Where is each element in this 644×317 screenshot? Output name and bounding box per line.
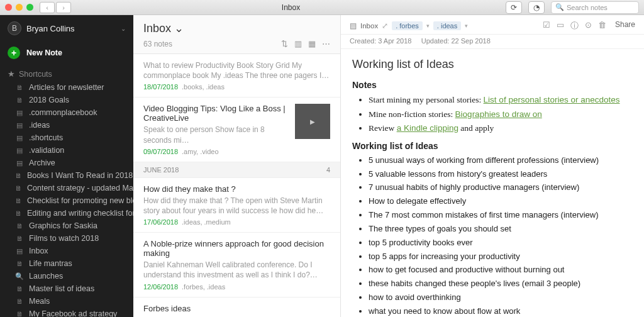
sidebar-item-label: Books I Want To Read in 2018 bbox=[27, 171, 133, 180]
account-row[interactable]: B Bryan Collins ⌄ bbox=[0, 15, 133, 42]
minimize-dot[interactable] bbox=[16, 4, 23, 11]
note-editor[interactable]: Working list of Ideas Notes Start mining… bbox=[341, 49, 644, 317]
list-item[interactable]: top 5 productivity books ever bbox=[369, 237, 633, 249]
present-icon[interactable]: ▭ bbox=[557, 20, 564, 31]
sidebar: B Bryan Collins ⌄ + New Note ★ Shortcuts… bbox=[0, 15, 133, 317]
sidebar-item-label: Meals bbox=[29, 297, 50, 306]
note-item-title: A Noble-prize winners approach for good … bbox=[143, 239, 330, 258]
sidebar-item[interactable]: 🗎Life mantras bbox=[0, 257, 133, 270]
sync-icon[interactable]: ⟳ bbox=[506, 1, 522, 14]
sidebar-item[interactable]: 🗎Films to watch 2018 bbox=[0, 232, 133, 245]
plus-icon: + bbox=[8, 47, 20, 59]
back-button[interactable]: ‹ bbox=[40, 2, 55, 13]
list-item[interactable]: The 7 most common mistakes of first time… bbox=[369, 209, 633, 221]
list-item[interactable]: what you need to know about flow at work bbox=[369, 306, 633, 317]
sidebar-item[interactable]: 🗎Articles for newsletter bbox=[0, 81, 133, 94]
list-item[interactable]: 5 unusual ways of working from different… bbox=[369, 155, 633, 167]
sidebar-item[interactable]: 🗎Master list of ideas bbox=[0, 282, 133, 295]
sidebar-item[interactable]: ▤.shortcuts bbox=[0, 131, 133, 144]
notebook-name[interactable]: Inbox bbox=[360, 22, 378, 30]
note-icon: 🗎 bbox=[15, 298, 24, 305]
sidebar-item[interactable]: 🗎My Facebook ad strategy bbox=[0, 308, 133, 317]
zoom-dot[interactable] bbox=[26, 4, 33, 11]
note-list[interactable]: What to review Productivity Book Story G… bbox=[133, 54, 340, 317]
note-list-panel: Inbox ⌄ 63 notes ⇅ ▥ ▦ ⋯ What to review … bbox=[133, 15, 341, 317]
note-link[interactable]: a Kindle clipping bbox=[397, 123, 458, 133]
sidebar-item[interactable]: ▤.commonplacebook bbox=[0, 106, 133, 119]
note-item-tags: .amy, .video bbox=[182, 148, 219, 155]
sidebar-item-label: Checklist for promoting new blo… bbox=[27, 196, 133, 205]
forward-button[interactable]: › bbox=[56, 2, 71, 13]
book-icon: ▤ bbox=[15, 159, 24, 167]
sort-icon[interactable]: ⇅ bbox=[281, 39, 288, 48]
note-icon: 🗎 bbox=[15, 209, 22, 217]
list-item[interactable]: The three types of goals you should set bbox=[369, 223, 633, 235]
note-list-item[interactable]: Forbes ideasLinear progression vs norm f… bbox=[133, 298, 340, 318]
sidebar-item[interactable]: 🗎2018 Goals bbox=[0, 94, 133, 106]
trash-icon[interactable]: 🗑 bbox=[598, 20, 606, 31]
expand-icon[interactable]: ⤢ bbox=[382, 21, 388, 30]
list-item[interactable]: How to delegate effectively bbox=[369, 196, 633, 208]
note-item-tags: .ideas, .medium bbox=[182, 218, 231, 226]
shortcuts-label: Shortcuts bbox=[19, 70, 52, 79]
tag-forbes[interactable]: . forbes bbox=[392, 21, 423, 30]
note-item-date: 09/07/2018 bbox=[143, 148, 178, 155]
note-item-date: 12/06/2018 bbox=[143, 283, 178, 291]
sidebar-item[interactable]: 🗎Checklist for promoting new blo… bbox=[0, 194, 133, 207]
sidebar-item-label: Content strategy - updated Marc… bbox=[27, 184, 133, 192]
share-button[interactable]: Share bbox=[615, 20, 635, 31]
sidebar-item-label: .validation bbox=[29, 146, 64, 155]
list-item[interactable]: 5 valuable lessons from history's greate… bbox=[369, 169, 633, 181]
sidebar-item[interactable]: ▤.validation bbox=[0, 144, 133, 157]
list-item[interactable]: how to avoid overthinking bbox=[369, 292, 633, 304]
sidebar-item[interactable]: 🗎Meals bbox=[0, 295, 133, 308]
activity-icon[interactable]: ◔ bbox=[528, 1, 545, 14]
list-item[interactable]: Review a Kindle clipping and apply bbox=[369, 122, 633, 135]
note-list-item[interactable]: A Noble-prize winners approach for good … bbox=[133, 233, 340, 297]
sidebar-item-label: .commonplacebook bbox=[29, 108, 97, 117]
sidebar-item[interactable]: ▤Inbox bbox=[0, 245, 133, 257]
note-list-item[interactable]: What to review Productivity Book Story G… bbox=[133, 54, 340, 97]
note-icon: 🗎 bbox=[15, 235, 24, 242]
note-link[interactable]: Biographies to draw on bbox=[455, 109, 542, 119]
list-item[interactable]: 7 unusual habits of highly productive ma… bbox=[369, 182, 633, 194]
note-list-item[interactable]: ▶Video Blogging Tips: Vlog Like a Boss |… bbox=[133, 97, 340, 162]
sidebar-item[interactable]: 🗎Editing and writing checklist for… bbox=[0, 207, 133, 220]
reminder-icon[interactable]: ☑ bbox=[543, 20, 550, 31]
sidebar-item[interactable]: 🗎Content strategy - updated Marc… bbox=[0, 182, 133, 194]
sidebar-item-label: Articles for newsletter bbox=[29, 83, 104, 92]
new-note-button[interactable]: + New Note bbox=[0, 42, 133, 64]
list-item[interactable]: Start mining my personal stories: List o… bbox=[369, 94, 633, 106]
sidebar-item[interactable]: 🔍Launches bbox=[0, 270, 133, 282]
list-item[interactable]: how to get focused and productive withou… bbox=[369, 264, 633, 276]
global-search-input[interactable]: 🔍 Search notes bbox=[551, 1, 639, 14]
sidebar-item[interactable]: ▤.ideas bbox=[0, 119, 133, 131]
list-item[interactable]: these habits changed these people's live… bbox=[369, 278, 633, 290]
view-icon[interactable]: ▥ bbox=[294, 39, 302, 48]
list-item[interactable]: top 5 apps for increasing your productiv… bbox=[369, 251, 633, 263]
sidebar-item[interactable]: 🗎Graphics for Saskia bbox=[0, 220, 133, 232]
close-dot[interactable] bbox=[5, 4, 12, 11]
shortcuts-section[interactable]: ★ Shortcuts bbox=[0, 64, 133, 81]
sidebar-item-label: 2018 Goals bbox=[29, 96, 69, 104]
sidebar-item-label: Master list of ideas bbox=[29, 284, 94, 293]
history-icon[interactable]: ⊙ bbox=[585, 20, 592, 31]
info-icon[interactable]: ⓘ bbox=[570, 20, 579, 31]
note-title[interactable]: Working list of Ideas bbox=[352, 58, 633, 71]
more-icon[interactable]: ⋯ bbox=[322, 39, 330, 48]
star-icon: ★ bbox=[8, 69, 15, 79]
notebook-title[interactable]: Inbox ⌄ bbox=[143, 21, 330, 35]
note-icon: 🗎 bbox=[15, 260, 24, 267]
note-item-preview: Speak to one person Show face in 8 secon… bbox=[143, 125, 290, 145]
list-item[interactable]: Mine non-fiction stories: Biographies to… bbox=[369, 108, 633, 121]
ideas-heading: Working list of Ideas bbox=[352, 141, 633, 151]
note-link[interactable]: List of personal stories or anecdotes bbox=[484, 95, 620, 104]
sidebar-item-label: Inbox bbox=[29, 247, 48, 255]
note-item-title: How did they make that ? bbox=[143, 184, 330, 194]
tag-ideas[interactable]: . ideas bbox=[433, 21, 461, 30]
sidebar-item[interactable]: ▤Archive bbox=[0, 157, 133, 169]
sidebar-item[interactable]: 🗎Books I Want To Read in 2018 bbox=[0, 169, 133, 182]
search-icon: 🔍 bbox=[15, 272, 24, 281]
note-list-item[interactable]: How did they make that ?How did they mak… bbox=[133, 178, 340, 233]
filter-icon[interactable]: ▦ bbox=[308, 39, 316, 48]
